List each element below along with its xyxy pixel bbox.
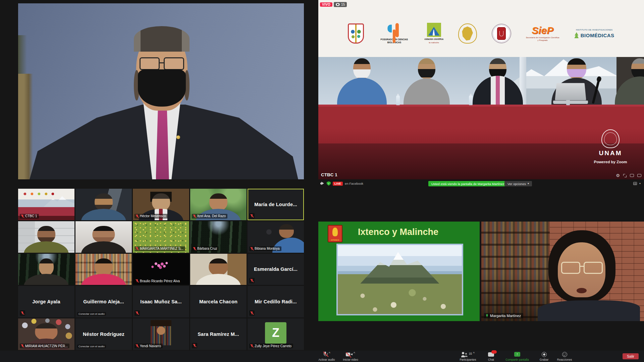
gallery-view-icon[interactable] <box>630 174 634 177</box>
muted-mic-icon <box>21 214 24 218</box>
viewer-count-badge: 15 <box>334 2 347 7</box>
logo-subcaption: la malinche <box>429 42 439 44</box>
participant-tile[interactable]: Bibiana Montoya <box>248 221 304 253</box>
security-shield-icon[interactable]: ✓ <box>327 181 331 186</box>
participant-name-label: CTBC 1 <box>20 214 39 219</box>
muted-mic-icon <box>250 214 254 218</box>
reactions-button[interactable]: Reacciones <box>553 352 576 361</box>
participant-name: Isaac Muñoz Sa... <box>133 286 189 317</box>
muted-mic-badge <box>249 310 255 316</box>
unam-label: UNAM <box>590 149 631 157</box>
active-speaker-video[interactable]: Margarita Martínez <box>481 222 644 321</box>
institution-logo-banner: POSGRADO EN CIENCIAS BIOLÓGICASestación … <box>318 0 644 57</box>
expand-icon[interactable] <box>623 174 627 177</box>
meeting-toolbar: ^ Activar audio ^ Iniciar video 15 ^ Par… <box>0 351 644 362</box>
live-vivo-badge: VIVO <box>320 2 332 7</box>
leave-meeting-button[interactable]: Salir <box>623 353 639 359</box>
chevron-up-icon[interactable]: ^ <box>329 352 330 354</box>
participant-tile[interactable]: ZZully Jeye Pérez Carreto <box>248 318 304 350</box>
participant-name: MARGARITA MARTINEZ S... <box>140 247 183 250</box>
posgrado-cb-icon <box>387 23 401 37</box>
shared-screen-slide[interactable]: IXTENCO Ixtenco y Malinche <box>318 222 480 321</box>
participant-tile[interactable]: María de Lourde... <box>248 189 304 220</box>
share-screen-button[interactable]: ↑ Compartir pantalla <box>500 352 535 361</box>
room-name-label: CTBC 1 <box>321 172 337 177</box>
participant-name: Marcela Chacon <box>190 286 247 317</box>
participant-tile[interactable] <box>75 254 132 285</box>
unmute-audio-button[interactable]: ^ Activar audio <box>315 352 339 361</box>
participant-name-label: MARGARITA MARTINEZ S... <box>135 246 185 251</box>
viewing-screen-banner: Usted está viendo la pantalla de Margari… <box>428 181 507 186</box>
siep-logo: SiePSecretaría de Investigación Científi… <box>526 25 559 41</box>
chat-button[interactable]: Chat <box>483 352 499 361</box>
chat-notification-badge <box>491 350 497 354</box>
tree-icon <box>574 32 579 38</box>
chevron-up-icon[interactable]: ^ <box>354 352 355 354</box>
participant-tile[interactable] <box>75 189 132 220</box>
participant-tile[interactable]: Néstor RodríguezConectar con el audio <box>75 318 132 350</box>
ixtenco-emblem: IXTENCO <box>328 225 342 242</box>
neighbor-video-edge <box>18 74 33 179</box>
uat-seal-icon <box>492 24 511 43</box>
participant-tile[interactable]: CTBC 1 <box>18 189 74 220</box>
participant-tile[interactable]: Bárbara Cruz <box>190 221 247 253</box>
participant-tile[interactable]: Braulio Ricardo Pérez Alva <box>133 254 189 285</box>
speaker-glasses <box>561 262 603 274</box>
participant-tile[interactable]: Isaac Muñoz Sa... <box>133 286 189 317</box>
muted-mic-icon <box>193 214 196 218</box>
gear-icon[interactable]: ⚙ <box>616 173 620 178</box>
veterinaria-shield-logo <box>348 23 364 44</box>
view-options-button[interactable]: Ver opciones ▾ <box>504 181 532 186</box>
chevron-up-icon[interactable]: ^ <box>473 352 475 354</box>
fullscreen-icon[interactable] <box>637 174 641 177</box>
start-video-button[interactable]: ^ Iniciar video <box>339 352 362 361</box>
speaker-audio-icon[interactable] <box>320 182 325 185</box>
participant-tile[interactable]: MIRIAM AHUACTZIN PÉR... <box>18 318 74 350</box>
participants-button[interactable]: 15 ^ Participantes <box>453 352 482 361</box>
participant-name-label: Zully Jeye Pérez Carreto <box>249 344 293 348</box>
muted-mic-icon <box>250 279 254 283</box>
participant-tile[interactable]: Itzel Ana. Del Razo <box>190 189 247 220</box>
participant-name-label: Yendi Navarro <box>135 344 163 348</box>
participant-name-label: Bárbara Cruz <box>192 246 219 251</box>
participant-tile[interactable] <box>190 254 247 285</box>
participant-tile[interactable]: MARGARITA MARTINEZ S... <box>133 221 189 253</box>
grid-view-icon[interactable] <box>633 182 637 185</box>
participant-tile[interactable]: Marcela Chacon <box>190 286 247 317</box>
main-speaker-video[interactable] <box>18 3 304 179</box>
participant-video <box>75 189 132 220</box>
muted-mic-icon <box>21 311 24 315</box>
mic-on-icon <box>485 314 489 318</box>
muted-mic-icon <box>136 344 139 348</box>
participant-name-label: Braulio Ricardo Pérez Alva <box>135 279 181 283</box>
participant-tile[interactable]: Sara Ramírez M... <box>190 318 247 350</box>
participant-name: Margarita Martínez <box>490 314 521 318</box>
estacion-malinche-icon <box>427 23 441 37</box>
muted-mic-icon <box>136 214 139 218</box>
panelist <box>615 58 644 105</box>
posgrado-cb-logo: POSGRADO EN CIENCIAS BIOLÓGICAS <box>379 23 410 44</box>
participant-tile[interactable] <box>18 254 74 285</box>
record-button[interactable]: Grabar <box>535 352 553 361</box>
participant-tile[interactable]: Guillermo Aleja...Conectar con el audio <box>75 286 132 317</box>
participant-name: Esmeralda Garcí... <box>248 254 304 285</box>
participant-tile[interactable] <box>75 221 132 253</box>
unam-crest-icon <box>458 23 477 44</box>
participant-tile[interactable] <box>18 221 74 253</box>
participants-count: 15 <box>469 352 472 355</box>
logo-caption: POSGRADO EN CIENCIAS BIOLÓGICAS <box>379 38 410 44</box>
siep-wordmark: SieP <box>532 25 553 36</box>
participant-video <box>75 221 132 253</box>
participant-name: CTBC 1 <box>25 214 37 218</box>
chevron-down-icon[interactable]: ▾ <box>639 182 641 185</box>
unam-crest-icon <box>601 129 620 148</box>
participant-video <box>18 221 74 253</box>
participant-tile[interactable]: Jorge Ayala <box>18 286 74 317</box>
participant-tile[interactable]: Esmeralda Garcí... <box>248 254 304 285</box>
muted-mic-badge <box>20 310 25 316</box>
participant-tile[interactable]: Yendi Navarro <box>133 318 189 350</box>
participant-tile[interactable]: Mir Cedillo Radi... <box>248 286 304 317</box>
participant-tile[interactable]: Héctor Mevensco <box>133 189 189 220</box>
participant-name: María de Lourde... <box>248 189 304 220</box>
panel-room-video[interactable]: POSGRADO EN CIENCIAS BIOLÓGICASestación … <box>318 0 644 179</box>
